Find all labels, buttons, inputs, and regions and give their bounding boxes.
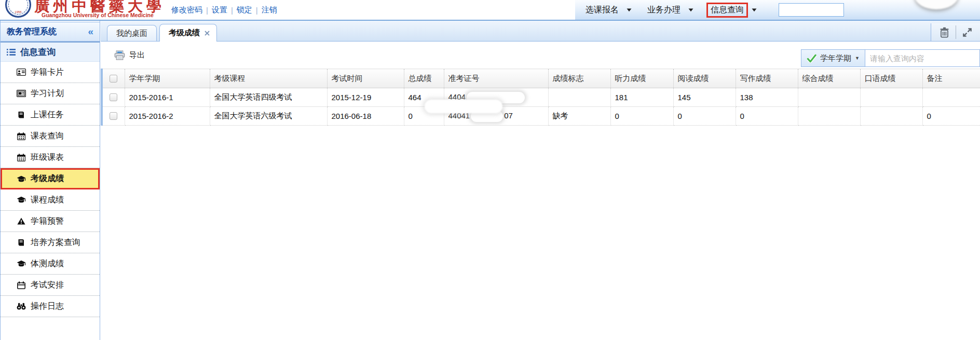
search-field-label: 学年学期	[820, 53, 851, 63]
sidebar-item-操作日志[interactable]: 操作日志	[1, 296, 100, 317]
sidebar-item-学籍卡片[interactable]: 学籍卡片	[1, 62, 100, 83]
cell-考级课程: 全国大学英语四级考试	[210, 88, 327, 107]
column-header-成绩标志[interactable]: 成绩标志	[548, 69, 610, 88]
table-row[interactable]: 2015-2016-1全国大学英语四级考试2015-12-19464440418…	[103, 88, 980, 107]
sidebar-item-label: 学籍卡片	[31, 67, 64, 78]
table-header-row: 学年学期考级课程考试时间总成绩准考证号成绩标志听力成绩阅读成绩写作成绩综合成绩口…	[103, 69, 980, 88]
column-header-写作成绩[interactable]: 写作成绩	[736, 69, 798, 88]
column-header-考级课程[interactable]: 考级课程	[210, 69, 327, 88]
sidebar-section-info-query[interactable]: 信息查询	[1, 42, 100, 62]
top-link-3[interactable]: 注销	[262, 5, 277, 15]
book-icon	[16, 111, 26, 119]
cell-听力成绩: 0	[610, 107, 673, 126]
search-input[interactable]	[865, 49, 980, 67]
search-box: 学年学期 ▼	[801, 49, 980, 67]
grid-toolbar: 导出 学年学期 ▼	[101, 42, 980, 69]
search-field-selector[interactable]: 学年学期 ▼	[801, 49, 865, 67]
top-link-0[interactable]: 修改密码	[171, 5, 202, 15]
sidebar-item-考级成绩[interactable]: 考级成绩	[1, 168, 100, 189]
chevron-down-icon	[752, 8, 757, 12]
close-icon[interactable]	[205, 31, 210, 36]
sidebar-item-label: 课表查询	[31, 131, 64, 142]
seal-text: 1956	[7, 10, 30, 13]
redacted-blur	[471, 111, 503, 122]
top-menu-0[interactable]: 选课报名	[584, 3, 632, 18]
top-link-2[interactable]: 锁定	[237, 5, 252, 15]
column-header-口语成绩[interactable]: 口语成绩	[860, 69, 922, 88]
sidebar-item-label: 学习计划	[31, 88, 64, 99]
sidebar-item-体测成绩[interactable]: 体测成绩	[1, 253, 100, 275]
cell-考试时间: 2015-12-19	[327, 88, 404, 107]
sidebar-title: 教务管理系统	[7, 26, 57, 37]
cell-综合成绩	[798, 107, 860, 126]
university-seal-logo: 1956	[5, 0, 31, 18]
sidebar-item-label: 考试安排	[31, 280, 64, 291]
sidebar-collapse-button[interactable]: «	[88, 26, 93, 37]
sidebar-item-label: 班级课表	[31, 152, 64, 163]
sidebar-item-培养方案查询[interactable]: 培养方案查询	[1, 232, 100, 253]
trash-icon[interactable]	[940, 27, 949, 38]
cell-总成绩: 0	[404, 107, 444, 126]
cell-考级课程: 全国大学英语六级考试	[210, 107, 327, 126]
tab-考级成绩[interactable]: 考级成绩	[159, 24, 217, 42]
top-menu-1[interactable]: 业务办理	[646, 3, 693, 18]
top-bar: 1956 廣州中醫藥大學 Guangzhou University of Chi…	[0, 0, 980, 21]
gradcap-icon	[16, 175, 26, 183]
sidebar-item-班级课表[interactable]: 班级课表	[1, 147, 100, 168]
screen: { "topbar": { "university_cn": "廣州中醫藥大學"…	[0, 0, 980, 340]
column-header-备注[interactable]: 备注	[922, 69, 980, 88]
expand-icon[interactable]	[962, 28, 972, 37]
plan-icon	[16, 90, 26, 97]
sidebar-item-label: 考级成绩	[31, 173, 64, 184]
calendar2-icon	[16, 281, 26, 289]
row-checkbox[interactable]	[110, 93, 117, 101]
sidebar: 教务管理系统 « 信息查询 学籍卡片 学习计划 上课任务 课表查询 班级课表 考…	[0, 21, 100, 340]
sidebar-item-label: 课程成绩	[31, 195, 64, 206]
link-separator: |	[231, 6, 233, 15]
sidebar-section-label: 信息查询	[20, 46, 56, 58]
column-header-考试时间[interactable]: 考试时间	[327, 69, 404, 88]
column-header-综合成绩[interactable]: 综合成绩	[798, 69, 860, 88]
sidebar-item-课程成绩[interactable]: 课程成绩	[1, 189, 100, 211]
top-menu-label[interactable]: 信息查询	[706, 3, 748, 18]
cell-学年学期: 2015-2016-1	[125, 88, 210, 107]
sidebar-item-label: 操作日志	[31, 301, 64, 312]
tab-我的桌面[interactable]: 我的桌面	[107, 25, 157, 41]
column-header-听力成绩[interactable]: 听力成绩	[610, 69, 673, 88]
redacted-blur-blob	[915, 0, 958, 9]
cell-听力成绩: 181	[610, 88, 673, 107]
cell-写作成绩: 0	[736, 107, 798, 126]
chevron-down-icon: ▼	[855, 56, 860, 61]
column-header-准考证号[interactable]: 准考证号	[444, 69, 548, 88]
link-separator: |	[206, 6, 208, 15]
select-all-checkbox[interactable]	[110, 75, 117, 83]
row-checkbox[interactable]	[110, 112, 117, 120]
binoculars-icon	[16, 303, 26, 310]
table-row[interactable]: 2015-2016-2全国大学英语六级考试2016-06-1804404107缺…	[103, 107, 980, 126]
top-menu-label[interactable]: 业务办理	[646, 3, 682, 18]
top-menu-label[interactable]: 选课报名	[584, 3, 620, 18]
check-icon	[807, 54, 816, 63]
content-panel: 我的桌面 考级成绩 导出 学年学期 ▼	[101, 21, 980, 340]
top-link-1[interactable]: 设置	[212, 5, 227, 15]
column-header-阅读成绩[interactable]: 阅读成绩	[673, 69, 736, 88]
scores-table: 学年学期考级课程考试时间总成绩准考证号成绩标志听力成绩阅读成绩写作成绩综合成绩口…	[103, 69, 980, 126]
sidebar-item-学习计划[interactable]: 学习计划	[1, 83, 100, 104]
column-header-学年学期[interactable]: 学年学期	[125, 69, 210, 88]
sidebar-item-上课任务[interactable]: 上课任务	[1, 104, 100, 126]
cell-备注	[922, 88, 980, 107]
sidebar-item-学籍预警[interactable]: 学籍预警	[1, 211, 100, 232]
column-header-总成绩[interactable]: 总成绩	[404, 69, 444, 88]
sidebar-item-label: 上课任务	[31, 110, 64, 120]
sidebar-item-label: 体测成绩	[31, 259, 64, 269]
cell-学年学期: 2015-2016-2	[125, 107, 210, 126]
book-icon	[16, 239, 26, 247]
export-button[interactable]: 导出	[114, 50, 145, 60]
link-separator: |	[256, 6, 258, 15]
quick-nav-combobox[interactable]	[779, 3, 844, 17]
sidebar-item-考试安排[interactable]: 考试安排	[1, 275, 100, 296]
sidebar-item-课表查询[interactable]: 课表查询	[1, 126, 100, 147]
cell-备注: 0	[922, 107, 980, 126]
top-menu-2[interactable]: 信息查询	[708, 3, 757, 18]
university-name-en: Guangzhou University of Chinese Medicine	[42, 12, 154, 18]
